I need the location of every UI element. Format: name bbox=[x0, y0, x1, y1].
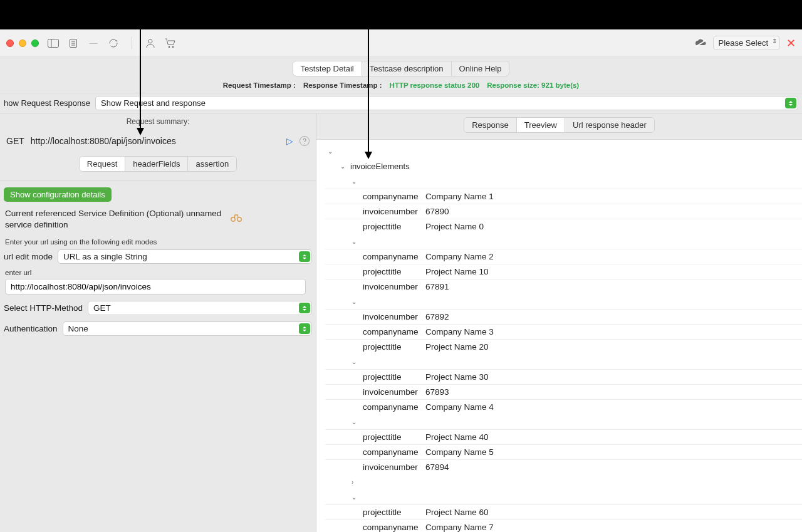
tree-node-invoice-elements[interactable]: ⌄ invoiceElements bbox=[325, 159, 802, 174]
request-url-display: http://localhost:8080/api/json/invoices bbox=[31, 136, 280, 146]
tree-kv-row[interactable]: invoicenumber67893 bbox=[325, 384, 802, 399]
cloud-off-icon[interactable] bbox=[695, 38, 707, 49]
tab-treeview[interactable]: Treeview bbox=[517, 118, 565, 132]
tree-kv-row[interactable]: projecttitleProject Name 40 bbox=[325, 429, 802, 444]
tree-value: Project Name 20 bbox=[425, 342, 489, 352]
url-edit-mode-value: URL as a single String bbox=[63, 252, 147, 261]
tab-teststep-detail[interactable]: Teststep Detail bbox=[293, 61, 362, 76]
tree-view[interactable]: ⌄ ⌄ invoiceElements ⌄companynameCompany … bbox=[316, 140, 802, 532]
play-icon[interactable]: ▷ bbox=[286, 136, 293, 146]
chevron-down-icon[interactable]: ⌄ bbox=[328, 148, 335, 155]
minimize-window-button[interactable] bbox=[19, 39, 26, 47]
chevron-down-icon[interactable]: ⌄ bbox=[352, 494, 359, 501]
tree-kv-row[interactable]: invoicenumber67892 bbox=[325, 309, 802, 324]
tree-kv-row[interactable]: projecttitleProject Name 30 bbox=[325, 369, 802, 384]
response-tabs: Response Treeview Url response header bbox=[464, 117, 655, 133]
sync-icon[interactable] bbox=[108, 38, 119, 49]
enter-url-label: enter url bbox=[0, 265, 316, 278]
tree-kv-row[interactable]: projecttitleProject Name 10 bbox=[325, 264, 802, 279]
tab-testcase-description[interactable]: Testcase description bbox=[362, 61, 452, 76]
tree-value: Company Name 5 bbox=[425, 447, 494, 457]
tree-kv-row[interactable]: companynameCompany Name 3 bbox=[325, 324, 802, 339]
tree-group-node[interactable]: ⌄ bbox=[325, 234, 802, 249]
http-method-select[interactable]: GET bbox=[88, 301, 312, 315]
http-method-value: GET bbox=[93, 303, 111, 313]
profile-select[interactable]: Please Select ⇕ bbox=[713, 36, 781, 50]
referenced-definition-text: Current referenced Service Definition (O… bbox=[5, 208, 224, 231]
auth-select[interactable]: None bbox=[63, 321, 312, 336]
close-window-button[interactable] bbox=[6, 39, 14, 47]
tree-key: invoicenumber bbox=[363, 387, 425, 397]
url-input[interactable] bbox=[5, 279, 306, 295]
tab-assertion[interactable]: assertion bbox=[188, 157, 236, 171]
svg-rect-0 bbox=[48, 39, 59, 47]
chevron-down-icon[interactable]: ⌄ bbox=[352, 358, 359, 365]
chevron-right-icon[interactable]: › bbox=[352, 479, 359, 486]
tree-group-node[interactable]: ⌄ bbox=[325, 354, 802, 369]
tree-key: invoicenumber bbox=[363, 312, 425, 321]
tree-kv-row[interactable]: companynameCompany Name 4 bbox=[325, 399, 802, 414]
tree-kv-row[interactable]: companynameCompany Name 2 bbox=[325, 249, 802, 264]
request-sub-tabs: Request headerFields assertion bbox=[79, 156, 237, 172]
tab-url-response-header[interactable]: Url response header bbox=[565, 118, 654, 132]
tree-key: projecttitle bbox=[363, 222, 425, 231]
sidebar-icon[interactable] bbox=[48, 38, 59, 49]
tree-kv-row[interactable]: companynameCompany Name 7 bbox=[325, 519, 802, 532]
close-icon[interactable]: ✕ bbox=[786, 36, 796, 50]
url-edit-mode-label: url edit mode bbox=[4, 252, 53, 261]
view-toolbar: how Request Response Show Request and re… bbox=[0, 93, 802, 113]
chevron-updown-icon: ⇕ bbox=[772, 38, 777, 44]
tree-group-node[interactable]: ⌄ bbox=[325, 294, 802, 309]
tree-group-node[interactable]: ⌄ bbox=[325, 489, 802, 504]
traffic-lights bbox=[6, 39, 39, 47]
tree-kv-row[interactable]: invoicenumber67891 bbox=[325, 279, 802, 294]
tree-key: projecttitle bbox=[363, 342, 425, 352]
tab-header-fields[interactable]: headerFields bbox=[125, 157, 188, 171]
tab-online-help[interactable]: Online Help bbox=[452, 61, 509, 76]
zoom-window-button[interactable] bbox=[31, 39, 39, 47]
tree-kv-row[interactable]: invoicenumber67890 bbox=[325, 204, 802, 219]
toolbar-icon-group: — bbox=[48, 37, 176, 50]
svg-point-13 bbox=[237, 217, 241, 221]
user-icon[interactable] bbox=[145, 38, 156, 49]
tree-key: projecttitle bbox=[363, 372, 425, 382]
chevron-down-icon[interactable]: ⌄ bbox=[340, 163, 348, 170]
tree-value: Company Name 3 bbox=[425, 327, 494, 336]
view-label: how Request Response bbox=[4, 98, 90, 108]
url-edit-mode-select[interactable]: URL as a single String bbox=[58, 249, 312, 264]
profile-select-label: Please Select bbox=[719, 38, 769, 48]
tab-response[interactable]: Response bbox=[464, 118, 517, 132]
clipboard-icon[interactable] bbox=[68, 38, 79, 49]
tree-kv-row[interactable]: projecttitleProject Name 60 bbox=[325, 504, 802, 519]
cart-icon[interactable] bbox=[165, 38, 176, 49]
view-mode-select[interactable]: Show Request and response bbox=[95, 96, 798, 110]
tree-group-node[interactable]: ⌄ bbox=[325, 414, 802, 429]
chevron-updown-icon bbox=[299, 303, 310, 313]
view-mode-value: Show Request and response bbox=[101, 98, 206, 108]
binoculars-icon[interactable] bbox=[231, 212, 242, 226]
tab-request[interactable]: Request bbox=[80, 157, 125, 171]
help-icon[interactable]: ? bbox=[299, 136, 310, 146]
tree-group-node[interactable]: › bbox=[325, 474, 802, 489]
chevron-down-icon[interactable]: ⌄ bbox=[352, 178, 359, 185]
tree-kv-row[interactable]: projecttitleProject Name 0 bbox=[325, 219, 802, 234]
dash-icon[interactable]: — bbox=[88, 38, 99, 49]
show-config-button[interactable]: Show configuration details bbox=[4, 187, 112, 202]
tree-value: Company Name 7 bbox=[425, 523, 494, 532]
chevron-down-icon[interactable]: ⌄ bbox=[352, 298, 359, 305]
chevron-down-icon[interactable]: ⌄ bbox=[352, 419, 359, 425]
svg-point-9 bbox=[169, 46, 170, 48]
http-status: HTTP response status 200 bbox=[390, 81, 480, 89]
tree-kv-row[interactable]: invoicenumber67894 bbox=[325, 459, 802, 474]
main-tabs: Teststep Detail Testcase description Onl… bbox=[293, 61, 510, 76]
tree-group-node[interactable]: ⌄ bbox=[325, 174, 802, 189]
tree-key: projecttitle bbox=[363, 508, 425, 517]
tree-root-node[interactable]: ⌄ bbox=[325, 143, 802, 159]
chevron-down-icon[interactable]: ⌄ bbox=[352, 238, 359, 245]
tree-kv-row[interactable]: companynameCompany Name 5 bbox=[325, 444, 802, 459]
tree-value: 67891 bbox=[425, 282, 449, 291]
tree-kv-row[interactable]: companynameCompany Name 1 bbox=[325, 189, 802, 204]
titlebar: — Please Select ⇕ ✕ bbox=[0, 29, 802, 57]
tree-kv-row[interactable]: projecttitleProject Name 20 bbox=[325, 339, 802, 354]
main-split: Request summary: GET http://localhost:80… bbox=[0, 113, 802, 532]
